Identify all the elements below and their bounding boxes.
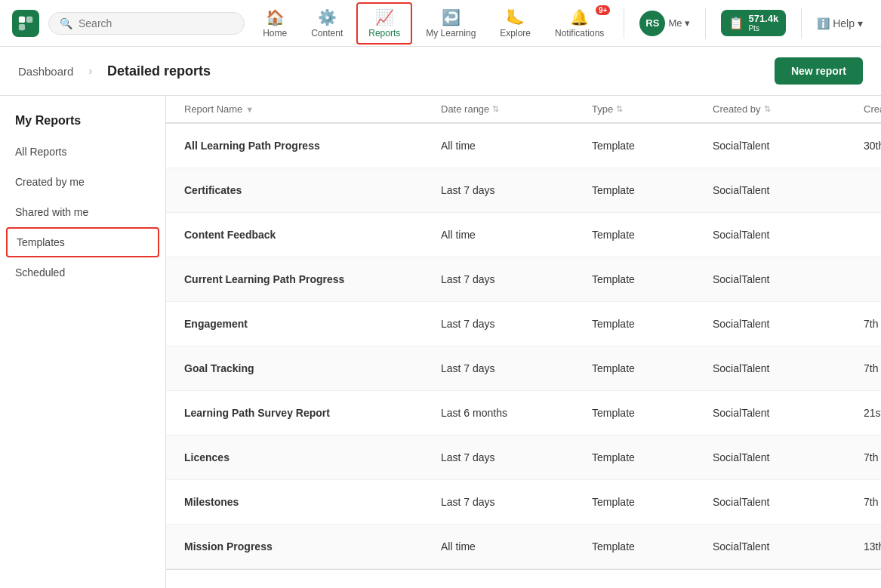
cell-date: Last 6 months (441, 396, 592, 429)
page-title: Detailed reports (107, 63, 211, 79)
sort-name-icon: ▼ (245, 105, 254, 114)
pts-icon: 📋 (729, 16, 744, 30)
cell-name: Licences (184, 441, 441, 474)
explore-icon: 🦶 (506, 8, 525, 26)
svg-rect-1 (26, 16, 32, 22)
nav-content[interactable]: ⚙️ Content (300, 4, 353, 43)
main-content: Report Name ▼ Date range ⇅ Type ⇅ Create… (166, 96, 881, 588)
search-bar[interactable]: 🔍 (48, 12, 245, 35)
nav-divider-2 (705, 8, 706, 38)
cell-date: All time (441, 218, 592, 251)
sidebar-item-created[interactable]: Created by me (0, 167, 165, 197)
column-name[interactable]: Report Name ▼ (184, 103, 441, 115)
cell-created-date: 7th Oct 2019 (864, 352, 881, 385)
cell-type: Template (592, 441, 713, 474)
cell-created-date: 7th Oct 2019 (864, 485, 881, 519)
column-created-by[interactable]: Created by ⇅ (713, 103, 864, 115)
table-row: All Learning Path Progress All time Temp… (166, 124, 881, 168)
cell-created-date (864, 224, 881, 245)
sidebar-item-shared[interactable]: Shared with me (0, 197, 165, 227)
my-learning-icon: ↩️ (442, 8, 461, 26)
content-icon: ⚙️ (318, 8, 337, 26)
cell-created-date (864, 180, 881, 201)
nav-home[interactable]: 🏠 Home (252, 4, 297, 43)
cell-created-date: 7th Oct 2019 (864, 441, 881, 474)
sidebar-section-title: My Reports (0, 108, 165, 137)
table-header: Report Name ▼ Date range ⇅ Type ⇅ Create… (166, 96, 881, 124)
cell-date: Last 7 days (441, 263, 592, 296)
nav-notifications-label: Notifications (555, 28, 604, 38)
nav-divider (624, 8, 624, 38)
table-row: Certificates Last 7 days Template Social… (166, 168, 881, 213)
cell-created-date: 7th Oct 2019 (864, 307, 881, 340)
sidebar: My Reports All Reports Created by me Sha… (0, 96, 166, 588)
cell-name: Current Learning Path Progress (184, 263, 441, 296)
pts-value: 571.4k (748, 13, 778, 25)
cell-created-by: SocialTalent (713, 129, 864, 162)
cell-name: Milestones (184, 485, 441, 519)
avatar[interactable]: RS (639, 11, 665, 36)
cell-created-date: 30th Jun 2023 (864, 129, 881, 162)
column-date[interactable]: Date range ⇅ (441, 103, 592, 115)
cell-created-date: 21st Jun 2022 (864, 396, 881, 429)
nav-home-label: Home (263, 28, 287, 38)
cell-date: All time (441, 530, 592, 563)
pts-badge: 📋 571.4k Pts (721, 10, 786, 37)
cell-created-by: SocialTalent (713, 352, 864, 385)
notifications-badge: 9+ (596, 5, 610, 15)
sort-createdby-icon: ⇅ (764, 104, 771, 114)
new-report-button[interactable]: New report (775, 57, 863, 85)
pagination: ◀ 1 2 ▶ (166, 569, 881, 588)
cell-name: All Learning Path Progress (184, 129, 441, 162)
help-chevron-icon: ▾ (858, 17, 863, 29)
search-icon: 🔍 (60, 17, 72, 29)
me-label: Me (668, 17, 682, 29)
sidebar-item-templates[interactable]: Templates (6, 227, 159, 257)
search-input[interactable] (79, 17, 233, 29)
cell-type: Template (592, 485, 713, 519)
me-chevron-icon: ▾ (685, 17, 690, 29)
table-row: Milestones Last 7 days Template SocialTa… (166, 480, 881, 525)
cell-type: Template (592, 530, 713, 563)
cell-created-by: SocialTalent (713, 485, 864, 519)
nav-reports[interactable]: 📈 Reports (356, 2, 412, 45)
cell-created-date: 13th Aug 2020 (864, 530, 881, 563)
cell-type: Template (592, 218, 713, 251)
help-label: Help (833, 17, 855, 29)
cell-type: Template (592, 352, 713, 385)
cell-name: Engagement (184, 307, 441, 340)
reports-icon: 📈 (375, 8, 394, 26)
cell-type: Template (592, 174, 713, 207)
cell-name: Content Feedback (184, 218, 441, 251)
cell-type: Template (592, 307, 713, 340)
breadcrumb[interactable]: Dashboard (18, 65, 73, 78)
logo[interactable] (12, 10, 39, 37)
column-type[interactable]: Type ⇅ (592, 103, 713, 115)
nav-me[interactable]: RS Me ▾ (633, 6, 696, 41)
column-created-date[interactable]: Created Date ⇅ (864, 103, 881, 115)
table-row: Learning Path Survey Report Last 6 month… (166, 391, 881, 436)
nav-items: 🏠 Home ⚙️ Content 📈 Reports ↩️ My Learni… (252, 2, 869, 45)
top-navigation: 🔍 🏠 Home ⚙️ Content 📈 Reports ↩️ My Lear… (0, 0, 881, 47)
nav-my-learning[interactable]: ↩️ My Learning (415, 4, 486, 43)
cell-name: Learning Path Survey Report (184, 396, 441, 429)
cell-type: Template (592, 263, 713, 296)
table-body: All Learning Path Progress All time Temp… (166, 124, 881, 569)
cell-date: All time (441, 129, 592, 162)
sidebar-item-scheduled[interactable]: Scheduled (0, 257, 165, 288)
table-row: Licences Last 7 days Template SocialTale… (166, 436, 881, 480)
nav-notifications[interactable]: 9+ 🔔 Notifications (544, 4, 615, 43)
cell-date: Last 7 days (441, 174, 592, 207)
page-header: Dashboard › Detailed reports New report (0, 47, 881, 96)
table-row: Engagement Last 7 days Template SocialTa… (166, 302, 881, 346)
sidebar-item-all[interactable]: All Reports (0, 137, 165, 167)
nav-reports-label: Reports (368, 28, 400, 38)
nav-explore[interactable]: 🦶 Explore (489, 4, 541, 43)
cell-created-by: SocialTalent (713, 396, 864, 429)
table-row: Content Feedback All time Template Socia… (166, 213, 881, 257)
table-row: Goal Tracking Last 7 days Template Socia… (166, 346, 881, 391)
cell-date: Last 7 days (441, 441, 592, 474)
nav-help[interactable]: ℹ️ Help ▾ (811, 13, 869, 34)
home-icon: 🏠 (266, 8, 285, 26)
nav-my-learning-label: My Learning (426, 28, 476, 38)
